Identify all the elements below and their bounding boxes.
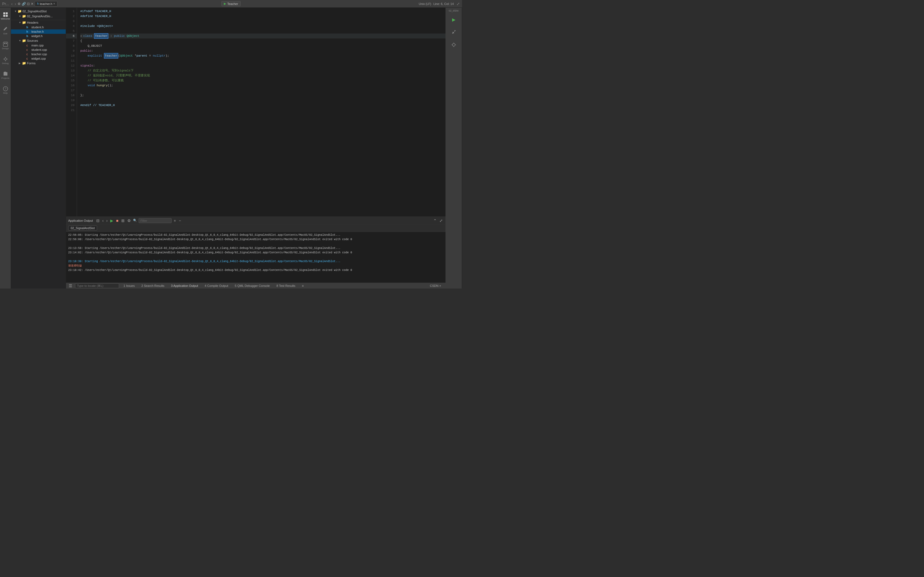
mini-debug-btn[interactable] <box>447 39 460 50</box>
toolbar-expand-btn[interactable]: ⤢ <box>439 218 443 223</box>
file-tab-close[interactable]: × <box>53 2 55 5</box>
widget-h-icon: h <box>26 35 31 38</box>
toolbar-minus-btn[interactable]: − <box>178 218 181 223</box>
mini-build-btn[interactable] <box>447 26 460 38</box>
code-line-3 <box>80 19 446 24</box>
sidebar-toggle-btn[interactable]: ☰ <box>68 284 73 288</box>
toolbar-monitor-btn[interactable]: ⊟ <box>96 218 100 223</box>
tree-teacher-cpp[interactable]: c teacher.cpp <box>11 52 66 56</box>
sidebar-projects-label: Projects <box>2 77 9 80</box>
csdn-label[interactable]: CSDN × <box>428 284 443 288</box>
project-btn[interactable]: Pr... <box>2 2 10 6</box>
forms-arrow: ▶ <box>19 62 22 64</box>
run-config[interactable]: ▶ Teacher <box>221 1 240 6</box>
tree-root-arrow: ▼ <box>14 10 18 13</box>
tree-widget-h[interactable]: h widget.h <box>11 34 66 38</box>
sidebar-item-help[interactable]: ? Help <box>0 83 10 97</box>
qml-debugger-tab[interactable]: 5 QML Debugger Console <box>233 284 272 288</box>
code-line-2: #define TEACHER_H <box>80 14 446 19</box>
student-h-label: student.h <box>31 26 66 29</box>
code-line-8: Q_OBJECT <box>80 44 446 48</box>
locate-input[interactable] <box>75 283 119 288</box>
file-tab-label: teacher.h <box>40 2 52 5</box>
tree-root2[interactable]: ▼ 📁 02_SignalAndSlo... <box>13 14 63 19</box>
nav-forward-btn[interactable]: › <box>14 2 17 6</box>
tree-sources[interactable]: ▼ 📁 Sources <box>11 38 66 43</box>
tree-forms[interactable]: ▶ 📁 Forms <box>11 61 66 66</box>
encoding-label: Unix (LF) <box>419 2 431 5</box>
tree-root[interactable]: ▼ 📁 02_SignalAndSlot <box>13 9 63 14</box>
tree-headers[interactable]: ▼ 📁 Headers <box>11 20 66 25</box>
output-line-8: 请老师吃饭 <box>68 264 443 268</box>
main-cpp-icon: c <box>26 44 31 47</box>
test-results-tab[interactable]: 8 Test Results <box>274 284 297 288</box>
teacher-highlight: Teacher <box>94 33 108 39</box>
code-line-7: { <box>80 39 446 44</box>
code-line-10: explicit Teacher(QObject *parent = nullp… <box>80 53 446 58</box>
sidebar-item-edit[interactable]: Edit <box>0 24 10 38</box>
nav-back-btn[interactable]: ‹ <box>11 2 13 6</box>
ln-19: 19 <box>66 98 77 103</box>
toolbar-collapse-btn[interactable]: ⌃ <box>433 218 437 223</box>
tree-teacher-h[interactable]: h teacher.h <box>11 29 66 34</box>
file-tab[interactable]: h teacher.h × <box>35 1 58 6</box>
sidebar-icons: Welcome Edit Design Debug Projects ? Hel… <box>0 8 11 288</box>
tree-main-cpp[interactable]: c main.cpp <box>11 43 66 48</box>
bottom-output[interactable]: 22:56:05: Starting /Users/esther/Qt/Lear… <box>66 232 446 282</box>
output-config-label[interactable]: 02_SignalAndSlot <box>68 226 97 230</box>
code-line-6: ◇class Teacher : public QObject <box>80 34 446 39</box>
ln-20: 20 <box>66 103 77 108</box>
tree-student-h[interactable]: h student.h <box>11 25 66 29</box>
editor-area: 1 2 3 4 5 6 7 8 9 10 11 12 13 14 15 16 1… <box>66 8 446 288</box>
code-view[interactable]: 1 2 3 4 5 6 7 8 9 10 11 12 13 14 15 16 1… <box>66 8 446 216</box>
sidebar-item-design[interactable]: Design <box>0 39 10 53</box>
toolbar-attach-btn[interactable]: ⊞ <box>121 218 125 223</box>
svg-rect-0 <box>3 12 5 14</box>
teacher-ctor-highlight: Teacher <box>104 53 118 58</box>
toolbar-icon-link[interactable]: 🔗 <box>22 2 26 6</box>
toolbar-run-btn[interactable]: ▶ <box>110 218 114 223</box>
top-bar: Pr... ‹ › ⚙ 🔗 ⊡ ✕ h teacher.h × ▶ Teache… <box>0 0 462 8</box>
filter-input[interactable] <box>139 218 171 223</box>
code-lines[interactable]: #ifndef TEACHER_H #define TEACHER_H #inc… <box>77 8 446 216</box>
more-tabs-btn[interactable]: ≡ <box>300 284 306 288</box>
code-line-13: // 自定义信号, 写到signals下 <box>80 68 446 73</box>
app-output-tab[interactable]: 3 Application Output <box>169 284 200 288</box>
toolbar-next-btn[interactable]: › <box>106 218 108 223</box>
search-results-tab[interactable]: 2 Search Results <box>139 284 166 288</box>
toolbar-icon-close[interactable]: ✕ <box>31 2 34 6</box>
widget-h-label: widget.h <box>31 34 66 38</box>
file-tree-header: ▼ 📁 02_SignalAndSlot ▼ 📁 02_SignalAndSlo… <box>11 8 66 20</box>
student-h-icon: h <box>26 26 31 29</box>
issues-tab[interactable]: 1 Issues <box>121 284 137 288</box>
sources-label: Sources <box>27 39 66 42</box>
sidebar-item-projects[interactable]: Projects <box>0 68 10 82</box>
mini-run-btn[interactable]: ▶ <box>447 14 460 25</box>
sidebar-item-welcome[interactable]: Welcome <box>0 9 10 23</box>
mini-project-label: 02_dSlot <box>448 9 459 13</box>
tree-student-cpp[interactable]: c student.cpp <box>11 48 66 52</box>
file-tree: ▼ 📁 02_SignalAndSlot ▼ 📁 02_SignalAndSlo… <box>11 8 66 288</box>
expand-btn[interactable]: ⤢ <box>456 2 460 6</box>
ln-13: 13 <box>66 68 77 73</box>
ln-15: 15 <box>66 78 77 83</box>
sources-arrow: ▼ <box>19 39 22 42</box>
compile-output-tab[interactable]: 4 Compile Output <box>202 284 231 288</box>
tree-root2-arrow: ▼ <box>19 15 22 18</box>
toolbar-icon-split[interactable]: ⊡ <box>27 2 30 6</box>
toolbar-icon-filter[interactable]: ⚙ <box>18 2 21 6</box>
code-line-21 <box>80 108 446 113</box>
tree-widget-cpp[interactable]: c widget.cpp <box>11 56 66 61</box>
headers-folder-icon: 📁 <box>22 21 26 24</box>
toolbar-stop-btn[interactable]: ■ <box>115 218 119 223</box>
svg-rect-2 <box>3 15 5 17</box>
toolbar-gear-btn[interactable]: ⚙ <box>127 218 131 223</box>
teacher-cpp-label: teacher.cpp <box>31 53 66 56</box>
ln-5: 5 <box>66 29 77 34</box>
top-bar-center: ▶ Teacher <box>221 1 240 6</box>
forms-folder-icon: 📁 <box>22 61 26 65</box>
toolbar-search-icon: 🔍 <box>133 219 137 222</box>
toolbar-prev-btn[interactable]: ‹ <box>102 218 104 223</box>
sidebar-item-debug[interactable]: Debug <box>0 53 10 68</box>
toolbar-plus-btn[interactable]: + <box>173 218 176 223</box>
